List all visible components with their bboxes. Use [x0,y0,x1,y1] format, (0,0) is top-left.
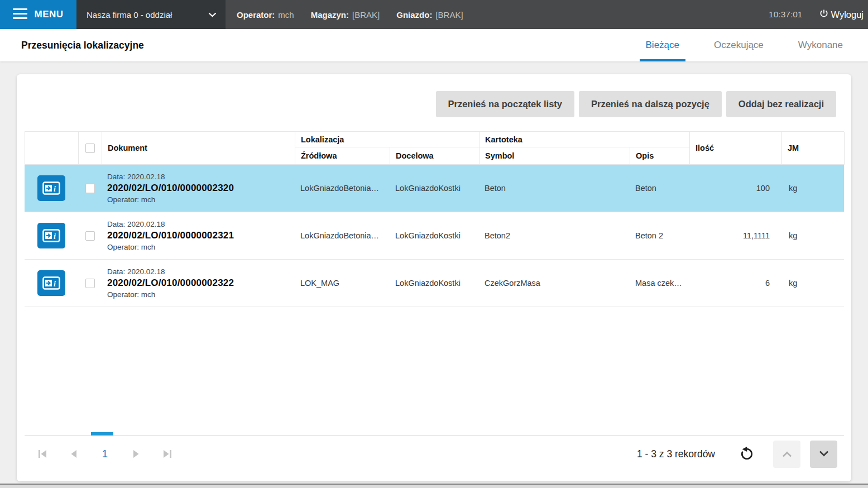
row-details-button[interactable]: i [37,175,65,201]
slot-label: Gniazdo: [396,10,432,20]
topbar: MENU Nasza firma 0 - oddział Operator: m… [0,0,868,29]
return-without-button[interactable]: Oddaj bez realizacji [726,91,836,117]
logout-label: Wyloguj [831,9,864,20]
row-opis: Beton [630,165,689,212]
column-header-zrodlowa[interactable]: Źródłowa [295,147,390,165]
previous-page-button[interactable] [69,449,79,459]
page-header: Przesunięcia lokalizacyjne Bieżące Oczek… [0,29,868,61]
operator-label: Operator: [237,10,275,20]
select-all-checkbox[interactable] [85,143,95,153]
footer-right: 1 - 3 z 3 rekordów [637,436,837,472]
hamburger-icon [13,8,27,21]
slot-value: [BRAK] [435,10,463,20]
table-header: Dokument Lokalizacja Kartoteka Ilość JM … [25,131,844,165]
table-row[interactable]: i Data: 2020.02.18 2020/02/LO/010/000000… [25,165,844,212]
row-operator: Operator: mch [107,243,155,251]
row-document-number: 2020/02/LO/010/0000002321 [107,230,234,241]
row-operator: Operator: mch [107,290,155,299]
row-docelowa: LokGniazdoKostki [390,165,479,212]
select-all-cell [79,132,102,165]
move-to-top-button[interactable]: Przenieś na początek listy [436,91,575,117]
row-ilosc: 6 [689,260,781,307]
move-to-next-button[interactable]: Przenieś na dalszą pozycję [579,91,722,117]
column-header-symbol[interactable]: Symbol [479,147,630,165]
column-header-jm[interactable]: JM [782,132,845,165]
row-zrodlowa: LokGniazdoBetonia… [295,212,390,259]
row-ilosc: 100 [689,165,781,212]
column-group-lokalizacja: Lokalizacja [295,132,479,147]
tab-wykonane[interactable]: Wykonane [792,29,849,61]
first-page-button[interactable] [37,449,47,459]
refresh-icon [739,446,755,462]
row-details-button[interactable]: i [37,270,65,296]
clock: 10:37:01 [769,9,802,20]
warehouse-label: Magazyn: [311,10,349,20]
scroll-down-button[interactable] [810,441,837,468]
tab-oczekujace[interactable]: Oczekujące [708,29,770,61]
last-page-icon [162,449,172,458]
tab-bar: Bieżące Oczekujące Wykonane [640,29,849,61]
bottom-edge-strip [0,485,868,488]
page-number[interactable]: 1 [100,448,110,460]
operator-info: Operator: mch [237,10,294,20]
power-icon [819,8,829,21]
transfer-info-icon: i [42,229,60,242]
row-jm: kg [781,260,844,307]
documents-table: Dokument Lokalizacja Kartoteka Ilość JM … [25,131,844,307]
warehouse-value: [BRAK] [352,10,380,20]
row-zrodlowa: LokGniazdoBetonia… [295,165,390,212]
tab-oczekujace-label: Oczekujące [714,40,764,51]
column-header-docelowa[interactable]: Docelowa [390,147,479,165]
row-symbol: Beton2 [479,212,630,259]
company-selector-value: Nasza firma 0 - oddział [87,10,208,20]
table-row[interactable]: i Data: 2020.02.18 2020/02/LO/010/000000… [25,212,844,260]
chevron-up-icon [781,449,793,458]
row-document-number: 2020/02/LO/010/0000002320 [107,183,234,194]
scroll-up-button[interactable] [773,441,800,468]
transfer-info-icon: i [42,276,60,290]
menu-button[interactable]: MENU [0,0,76,29]
row-date: Data: 2020.02.18 [107,220,165,228]
column-group-kartoteka: Kartoteka [479,132,690,147]
slot-info: Gniazdo: [BRAK] [396,10,463,20]
action-bar: Przenieś na początek listy Przenieś na d… [436,91,837,117]
row-ilosc: 11,1111 [689,212,781,259]
chevron-down-icon [208,9,217,20]
column-header-ilosc[interactable]: Ilość [690,132,782,165]
row-jm: kg [781,165,844,212]
icon-column-header [25,132,79,165]
session-info: Operator: mch Magazyn: [BRAK] Gniazdo: [… [237,0,463,29]
row-checkbox[interactable] [85,184,95,193]
column-header-dokument[interactable]: Dokument [102,132,295,165]
menu-label: MENU [34,9,63,20]
row-details-button[interactable]: i [37,223,65,248]
row-date: Data: 2020.02.18 [107,267,165,276]
row-checkbox[interactable] [85,279,95,288]
row-jm: kg [781,212,844,259]
tab-biezace[interactable]: Bieżące [640,29,685,61]
row-docelowa: LokGniazdoKostki [390,260,479,307]
column-header-opis[interactable]: Opis [630,147,690,165]
refresh-button[interactable] [738,446,755,462]
active-tab-indicator [640,59,685,61]
table-row[interactable]: i Data: 2020.02.18 2020/02/LO/010/000000… [25,260,844,307]
last-page-button[interactable] [162,449,172,459]
row-checkbox[interactable] [85,231,95,241]
row-operator: Operator: mch [107,195,155,204]
chevron-down-icon [818,449,830,458]
svg-text:i: i [54,280,56,288]
content-card: Przenieś na początek listy Przenieś na d… [17,74,851,481]
transfer-info-icon: i [42,181,60,195]
next-page-button[interactable] [131,449,141,459]
logout-button[interactable]: Wyloguj [819,8,864,21]
row-zrodlowa: LOK_MAG [295,260,390,307]
company-selector[interactable]: Nasza firma 0 - oddział [76,0,226,29]
records-info: 1 - 3 z 3 rekordów [637,448,715,460]
previous-page-icon [69,449,79,458]
svg-text:i: i [54,232,56,241]
operator-value: mch [278,10,294,20]
page-title: Przesunięcia lokalizacyjne [21,29,144,61]
row-opis: Beton 2 [630,212,689,259]
row-symbol: Beton [479,165,630,212]
tab-biezace-label: Bieżące [646,40,679,51]
